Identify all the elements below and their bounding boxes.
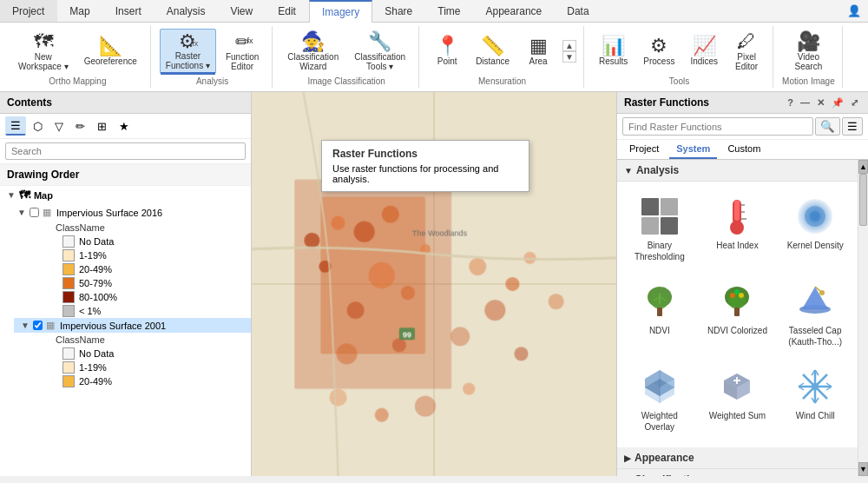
wind-chill-item[interactable]: Wind Chill [779,361,851,439]
classification-expand-arrow: ▶ [624,475,631,477]
tab-project[interactable]: Project [622,140,666,159]
area-icon: ▦ [529,36,548,56]
tasseled-cap-item[interactable]: Tasseled Cap (Kauth-Tho...) [779,275,851,354]
cylinder-view-button[interactable]: ⬡ [28,116,48,136]
layer1-expand-arrow[interactable]: ▼ [17,208,26,217]
new-workspace-button[interactable]: 🗺 NewWorkspace ▾ [12,29,75,75]
analysis-expand-arrow: ▼ [624,166,633,175]
layer1-checkbox[interactable] [30,208,39,217]
svg-point-60 [734,289,740,294]
panel-close-button[interactable]: ✕ [814,97,827,109]
classification-tools-icon: 🔧 [368,32,391,51]
georeference-button[interactable]: 📐 Georeference [78,33,143,69]
function-editor-button[interactable]: ✏ fx FunctionEditor [220,28,265,75]
raster-functions-search-container: 🔍 ☰ [617,114,868,140]
contents-search-input[interactable] [5,142,246,160]
layer2-checkbox[interactable] [33,321,43,330]
raster-functions-tabs: Project System Custom [617,140,868,160]
classification-section-label: Classification [635,473,702,476]
raster-functions-menu-button[interactable]: ☰ [842,117,863,136]
weighted-sum-item[interactable]: Weighted Sum [702,361,773,439]
pixel-editor-button[interactable]: 🖊 PixelEditor [727,29,766,75]
account-icon[interactable]: 👤 [840,0,868,22]
ndvi-item[interactable]: NDVI [624,275,695,354]
tab-project[interactable]: Project [0,0,57,22]
svg-rect-38 [641,217,659,235]
appearance-section-header[interactable]: ▶ Appearance [617,447,858,469]
process-button[interactable]: ⚙ Process [637,33,681,69]
scrollbar-up-button[interactable]: ▲ [858,160,868,174]
weighted-sum-label: Weighted Sum [709,410,766,421]
layer2-raster-icon: ▦ [46,320,55,331]
grid-button[interactable]: ⊞ [92,116,112,136]
scrollbar-track [858,174,868,462]
panel-pin-button[interactable]: 📌 [829,97,846,109]
distance-button[interactable]: 📏 Distance [470,33,516,69]
tab-imagery[interactable]: Imagery [309,0,372,23]
panel-help-button[interactable]: ? [785,97,796,109]
tab-custom[interactable]: Custom [720,140,767,159]
svg-point-16 [392,338,406,352]
weighted-overlay-icon [640,367,680,407]
mensuration-down-arrow[interactable]: ▼ [562,51,576,63]
mensuration-arrows[interactable]: ▲ ▼ [562,40,576,63]
layer2-header[interactable]: ▼ ▦ Impervious Surface 2001 [14,318,251,333]
classification-section-header[interactable]: ▶ Classification [617,469,858,476]
layer2-name: Impervious Surface 2001 [60,321,166,331]
layer1-header[interactable]: ▼ ▦ Impervious Surface 2016 [14,204,251,221]
tab-system[interactable]: System [669,140,717,159]
results-icon: 📊 [602,36,625,56]
weighted-overlay-item[interactable]: Weighted Overlay [624,361,695,439]
video-search-button[interactable]: 🎥 VideoSearch [789,29,829,75]
raster-functions-search-input[interactable] [622,117,813,136]
map-expand-arrow[interactable]: ▼ [7,190,16,200]
results-button[interactable]: 📊 Results [593,33,634,69]
scrollbar-thumb[interactable] [859,174,867,226]
layer2-expand-arrow[interactable]: ▼ [21,321,30,330]
ndvi-colorized-item[interactable]: NDVI Colorized [702,275,773,354]
legend-item-80-100-1: 80-100% [31,290,251,304]
kernel-density-item[interactable]: Kernel Density [779,190,851,268]
tab-view[interactable]: View [218,0,266,22]
tab-data[interactable]: Data [555,0,602,22]
tab-share[interactable]: Share [372,0,425,22]
ribbon-content-area: 🗺 NewWorkspace ▾ 📐 Georeference Ortho Ma… [0,23,868,91]
svg-rect-57 [734,308,740,316]
panel-expand-button[interactable]: ⤢ [848,97,861,109]
svg-point-25 [375,408,389,422]
area-button[interactable]: ▦ Area [519,33,557,69]
tab-edit[interactable]: Edit [266,0,309,22]
indices-button[interactable]: 📈 Indices [684,33,724,69]
mensuration-up-arrow[interactable]: ▲ [562,40,576,51]
point-button[interactable]: 📍 Point [428,33,466,69]
raster-functions-search-button[interactable]: 🔍 [815,117,840,136]
star-button[interactable]: ★ [114,116,135,136]
ndvi-colorized-label: NDVI Colorized [707,325,767,336]
svg-point-8 [382,206,399,223]
map-area[interactable]: The Woodlands 99 375 Raster Functions Us… [252,92,616,476]
panel-settings-button[interactable]: — [798,97,812,109]
filter-button[interactable]: ▽ [49,116,69,136]
list-view-button[interactable]: ☰ [5,116,26,136]
binary-thresholding-item[interactable]: Binary Thresholding [624,190,695,268]
legend-color-no-data-2 [62,347,75,360]
pencil-button[interactable]: ✏ [70,116,90,136]
right-panel-scrollbar[interactable]: ▲ ▼ [858,160,868,476]
classification-tools-button[interactable]: 🔧 ClassificationTools ▾ [348,29,411,75]
tab-appearance[interactable]: Appearance [474,0,556,22]
raster-functions-button[interactable]: ⚙ fx RasterFunctions ▾ [160,29,216,74]
map-tree-item[interactable]: ▼ 🗺 Map [0,186,251,204]
svg-point-90 [812,383,819,390]
pixel-editor-icon: 🖊 [737,32,756,51]
layer1-raster-icon: ▦ [43,207,51,218]
tasseled-cap-icon [795,281,835,321]
tab-map[interactable]: Map [57,0,102,22]
tab-time[interactable]: Time [425,0,473,22]
svg-point-24 [329,389,346,407]
heat-index-item[interactable]: Heat Index [702,190,773,268]
analysis-section-header[interactable]: ▼ Analysis [617,160,858,182]
tab-insert[interactable]: Insert [103,0,155,22]
classification-wizard-button[interactable]: 🧙 ClassificationWizard [281,29,345,75]
scrollbar-down-button[interactable]: ▼ [858,462,868,476]
tab-analysis[interactable]: Analysis [155,0,219,22]
